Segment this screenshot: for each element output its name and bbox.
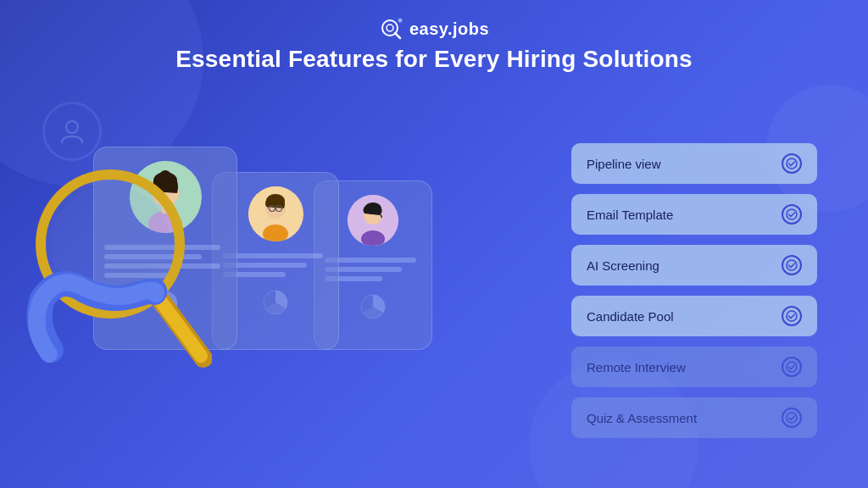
feature-label: AI Screening bbox=[587, 258, 659, 273]
svg-point-4 bbox=[398, 19, 402, 23]
feature-item-ai-screening[interactable]: AI Screening bbox=[571, 245, 817, 286]
logo-row: easy.jobs bbox=[379, 17, 489, 41]
feature-label: Quiz & Assessment bbox=[587, 411, 697, 425]
card-3-pie bbox=[358, 291, 388, 322]
avatar-2 bbox=[248, 186, 303, 241]
feature-item-pipeline-view[interactable]: Pipeline view bbox=[571, 143, 817, 184]
content-area: Pipeline view Email Template AI Screenin… bbox=[0, 93, 868, 488]
cards-section bbox=[51, 130, 520, 452]
feature-label: Remote Interview bbox=[587, 360, 686, 374]
card-2-lines bbox=[223, 253, 328, 277]
feature-check-icon bbox=[782, 408, 802, 428]
feature-check-icon bbox=[782, 357, 802, 377]
feature-check-icon bbox=[782, 153, 802, 174]
page-header: easy.jobs Essential Features for Every H… bbox=[0, 17, 868, 73]
feature-label: Pipeline view bbox=[587, 157, 661, 171]
feature-item-quiz-assessment[interactable]: Quiz & Assessment bbox=[571, 397, 817, 438]
feature-check-icon bbox=[782, 204, 802, 225]
brand-logo-icon bbox=[379, 17, 403, 41]
svg-point-2 bbox=[387, 25, 393, 31]
brand-name: easy.jobs bbox=[409, 19, 489, 39]
page-title: Essential Features for Every Hiring Solu… bbox=[175, 46, 693, 73]
feature-item-candidate-pool[interactable]: Candidate Pool bbox=[571, 296, 817, 336]
magnifying-glass bbox=[25, 164, 195, 350]
feature-item-email-template[interactable]: Email Template bbox=[571, 194, 817, 235]
svg-line-3 bbox=[395, 33, 400, 38]
avatar-3 bbox=[348, 195, 398, 246]
card-2-pie bbox=[260, 287, 291, 318]
line bbox=[223, 253, 323, 258]
feature-item-remote-interview[interactable]: Remote Interview bbox=[571, 347, 817, 387]
feature-label: Candidate Pool bbox=[587, 309, 674, 324]
card-3-lines bbox=[325, 258, 421, 281]
feature-check-icon bbox=[782, 306, 802, 326]
feature-label: Email Template bbox=[587, 208, 673, 222]
features-section: Pipeline view Email Template AI Screenin… bbox=[571, 143, 817, 438]
feature-check-icon bbox=[782, 255, 802, 275]
